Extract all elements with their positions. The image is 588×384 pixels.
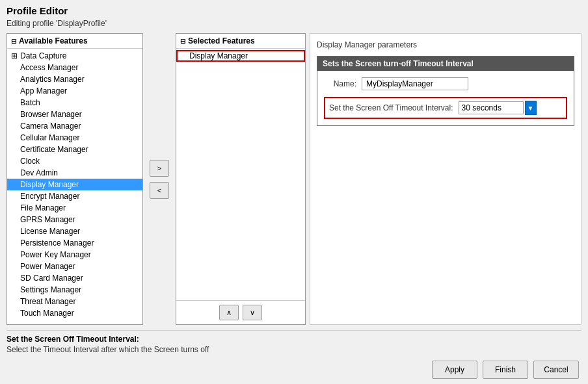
list-item-app-manager[interactable]: App Manager [7,85,142,97]
list-item-power-key-manager[interactable]: Power Key Manager [7,249,142,261]
bottom-desc-text: Select the Timeout Interval after which … [7,345,581,354]
params-section-header: Sets the Screen turn-off Timeout Interva… [317,57,574,71]
timeout-select[interactable]: 15 seconds 30 seconds 1 minute 2 minutes… [459,101,524,114]
list-item-file-manager[interactable]: File Manager [7,202,142,214]
name-label: Name: [324,79,356,88]
selected-features-title: Selected Features [188,36,255,45]
remove-button[interactable]: < [150,182,169,199]
timeout-param-row: Set the Screen Off Timeout Interval: 15 … [324,97,567,119]
list-item-batch[interactable]: Batch [7,97,142,109]
data-capture-expand-icon: ⊞ [11,51,18,60]
list-item-analytics-manager[interactable]: Analytics Manager [7,73,142,85]
footer-buttons: Apply Finish Cancel [7,361,581,379]
available-features-title: Available Features [19,36,88,45]
list-item-settings-manager[interactable]: Settings Manager [7,284,142,296]
list-item-browser-manager[interactable]: Browser Manager [7,109,142,120]
list-item-sd-card-manager[interactable]: SD Card Manager [7,272,142,284]
name-input[interactable] [362,77,468,90]
list-item-encrypt-manager[interactable]: Encrypt Manager [7,190,142,202]
params-title: Display Manager parameters [317,40,574,49]
selected-expand-icon[interactable]: ⊟ [180,38,185,45]
available-features-panel: ⊟ Available Features ⊞ Data Capture Acce… [7,33,143,325]
profile-editor-window: Profile Editor Editing profile 'DisplayP… [0,0,588,384]
list-item-clock[interactable]: Clock [7,155,142,167]
list-item-certificate-manager[interactable]: Certificate Manager [7,144,142,155]
selected-features-header: ⊟ Selected Features [176,34,305,49]
available-features-header: ⊟ Available Features [7,34,142,49]
window-subtitle: Editing profile 'DisplayProfile' [7,19,581,28]
window-title: Profile Editor [7,5,581,16]
selected-panel-footer: ∧ ∨ [176,300,305,324]
list-item-touch-manager[interactable]: Touch Manager [7,307,142,319]
select-dropdown-arrow-icon[interactable]: ▼ [525,101,537,115]
timeout-select-wrapper: 15 seconds 30 seconds 1 minute 2 minutes… [459,101,537,115]
apply-button[interactable]: Apply [432,361,477,379]
move-down-button[interactable]: ∨ [243,305,262,320]
params-panel: Display Manager parameters Sets the Scre… [310,33,581,325]
params-section: Sets the Screen turn-off Timeout Interva… [317,56,574,126]
selected-item-display-manager[interactable]: Display Manager [176,50,305,62]
main-content: ⊟ Available Features ⊞ Data Capture Acce… [7,33,581,325]
list-item-camera-manager[interactable]: Camera Manager [7,120,142,132]
list-item-dev-admin[interactable]: Dev Admin [7,167,142,179]
list-item-access-manager[interactable]: Access Manager [7,62,142,73]
list-item-license-manager[interactable]: License Manager [7,225,142,237]
category-data-capture[interactable]: ⊞ Data Capture [7,50,142,62]
data-capture-label: Data Capture [20,51,66,60]
name-param-row: Name: [324,77,567,90]
transfer-buttons: > < [147,33,172,325]
available-features-list: ⊞ Data Capture Access Manager Analytics … [7,49,142,324]
finish-button[interactable]: Finish [483,361,528,379]
available-expand-icon[interactable]: ⊟ [11,38,16,45]
bottom-desc-title: Set the Screen Off Timeout Interval: [7,335,581,344]
list-item-display-manager[interactable]: Display Manager [7,179,142,190]
list-item-threat-manager[interactable]: Threat Manager [7,296,142,307]
list-item-power-manager[interactable]: Power Manager [7,261,142,272]
params-body: Name: Set the Screen Off Timeout Interva… [317,71,574,125]
list-item-cellular-manager[interactable]: Cellular Manager [7,132,142,144]
timeout-label: Set the Screen Off Timeout Interval: [329,103,453,112]
list-item-persistence-manager[interactable]: Persistence Manager [7,237,142,249]
bottom-section: Set the Screen Off Timeout Interval: Sel… [7,330,581,354]
selected-features-list: Display Manager [176,49,305,300]
move-up-button[interactable]: ∧ [219,305,239,320]
list-item-gprs-manager[interactable]: GPRS Manager [7,214,142,225]
add-button[interactable]: > [150,160,169,177]
cancel-button[interactable]: Cancel [533,361,579,379]
selected-features-panel: ⊟ Selected Features Display Manager ∧ ∨ [176,33,306,325]
